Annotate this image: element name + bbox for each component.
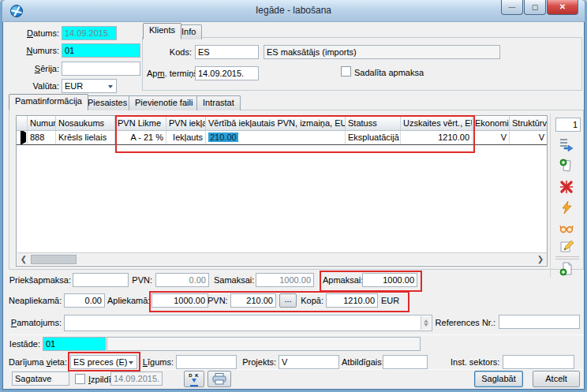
samaksai-field: 1000.00 [256, 273, 314, 287]
pvn-detail-button[interactable]: ... [279, 293, 297, 308]
iestade-field[interactable]: 01 [43, 337, 106, 351]
ligums-label: Līgums: [142, 357, 174, 367]
kopa-label: Kopā: [300, 296, 323, 305]
tab-pamatinformacija[interactable]: Pamatinformācija [9, 94, 88, 110]
cell-statuss[interactable]: Ekspluatācijā [346, 131, 401, 144]
pamatojums-field[interactable] [64, 315, 432, 331]
numurs-label: Numurs: [9, 46, 59, 55]
samaksai-label: Samaksai: [214, 275, 252, 285]
lightning-icon[interactable] [559, 200, 574, 215]
cell-uzskaites-vertiba[interactable]: 1210.00 [401, 131, 473, 144]
apm-termins-label: Apm. termiņš: [147, 69, 192, 78]
cell-pvn-ieklausana[interactable]: Iekļauts [166, 131, 206, 144]
maximize-icon: ▢ [532, 4, 539, 11]
current-row-indicator [17, 131, 28, 144]
kods-field[interactable]: ES [195, 45, 259, 59]
insert-rows-icon[interactable] [559, 137, 574, 151]
close-icon: ✕ [559, 3, 566, 11]
tab-klients[interactable]: Klients [143, 23, 181, 39]
apliekama-field: 1000.00 [151, 293, 208, 308]
darijuma-vieta-label: Darījuma vieta: [9, 357, 67, 367]
cell-pvn-likme[interactable]: A - 21 % [115, 131, 166, 144]
projekts-field[interactable]: V [279, 355, 339, 369]
references-field[interactable] [499, 315, 580, 329]
printer-icon [212, 373, 226, 385]
neapliekama-field: 0.00 [64, 293, 105, 308]
dk-posting-button[interactable]: D K [184, 371, 204, 387]
serija-label: Sērija: [9, 64, 59, 73]
scroll-left-icon[interactable]: ❮ [17, 253, 30, 266]
cell-vertiba-ieklautais-pvn[interactable]: 210.00 [206, 131, 346, 144]
new-document-icon[interactable] [559, 262, 574, 276]
title-bar[interactable]: Iegāde - labošana — ▢ ✕ [2, 0, 585, 22]
atbildigais-label: Atbildīgais: [342, 357, 380, 367]
apm-termins-field[interactable]: 14.09.2015. [195, 66, 259, 80]
col-numurs[interactable]: Numurs [28, 116, 56, 130]
table-row[interactable]: 888 Krēsls lielais A - 21 % Iekļauts 210… [17, 131, 547, 145]
col-statuss[interactable]: Statuss [346, 116, 401, 130]
minimize-button[interactable]: — [501, 0, 523, 15]
tab-intrastat[interactable]: Intrastat [196, 95, 241, 110]
close-button[interactable]: ✕ [547, 0, 578, 15]
edit-icon[interactable] [559, 239, 574, 253]
scroll-right-icon[interactable]: ❯ [534, 253, 547, 266]
apmaksai-label: Apmaksai: [323, 275, 359, 285]
numurs-field[interactable]: 01 [62, 43, 140, 58]
status-badge: Sagatave [12, 371, 69, 386]
save-button[interactable]: Saglabāt [474, 371, 523, 387]
grid-header-row[interactable]: Numurs Nosaukums PVN Likme PVN iekļauš..… [17, 116, 547, 131]
tab-pievienotie-faili[interactable]: Pievienotie faili [129, 95, 199, 110]
col-strukturvieniba[interactable]: Struktūrvi.. [510, 116, 548, 130]
col-pvn-likme[interactable]: PVN Likme [115, 116, 166, 130]
grid-header-selector [17, 116, 28, 130]
tab-piesaistes[interactable]: Piesaistes [81, 95, 133, 110]
ligums-field[interactable] [176, 355, 237, 369]
col-nosaukums[interactable]: Nosaukums [56, 116, 115, 130]
sadalita-apmaksa-label: Sadalīta apmaksa [354, 68, 424, 77]
darijuma-vieta-combobox[interactable]: ES preces (E) [70, 355, 137, 369]
dk-label: D K [189, 373, 199, 378]
toolbar-separator [555, 259, 579, 259]
cell-numurs[interactable]: 888 [28, 131, 56, 144]
atbildigais-field[interactable] [383, 355, 428, 369]
iestade-label: Iestāde: [9, 339, 40, 349]
pvn1-field: 0.00 [155, 273, 209, 287]
items-grid[interactable]: Numurs Nosaukums PVN Likme PVN iekļauš..… [16, 115, 548, 267]
arrow-down-icon [192, 379, 196, 385]
serija-field[interactable] [62, 62, 140, 76]
print-button[interactable] [208, 371, 231, 387]
chevron-down-icon [108, 85, 113, 91]
inst-sektors-field[interactable] [503, 355, 574, 369]
col-uzskaites-vertiba[interactable]: Uzskaites vērt., EUR [401, 116, 473, 130]
page-number-field[interactable]: 1 [555, 118, 581, 132]
col-pvn-ieklausana[interactable]: PVN iekļauš... [166, 116, 206, 130]
projekts-label: Projekts: [239, 357, 276, 367]
maximize-button[interactable]: ▢ [524, 0, 546, 15]
cell-nosaukums[interactable]: Krēsls lielais [56, 131, 115, 144]
sadalita-apmaksa-checkbox[interactable] [341, 66, 351, 77]
spin-down-icon [424, 323, 428, 329]
cancel-button[interactable]: Atcelt [533, 371, 580, 387]
pvn1-label: PVN: [129, 275, 152, 285]
valuta-label: Valūta: [9, 81, 59, 91]
kods-label: Kods: [152, 47, 192, 57]
delete-icon[interactable] [559, 180, 574, 194]
apmaksai-field[interactable]: 1000.00 [362, 273, 417, 287]
separator-line [9, 369, 584, 370]
chevron-down-icon [129, 361, 133, 367]
cell-strukturvieniba[interactable]: V [510, 131, 548, 144]
pvn2-field: 210.00 [230, 293, 276, 308]
cell-ekonomiskais[interactable]: V [473, 131, 510, 144]
glasses-icon[interactable] [559, 221, 574, 235]
col-ekonomiskais[interactable]: Ekonomisk... [473, 116, 510, 130]
copy-document-icon[interactable] [559, 159, 574, 173]
izpildit-checkbox[interactable] [75, 374, 85, 384]
col-vertiba-ieklautais-pvn[interactable]: Vērtībā iekļautais PVN, izmaiņa, EUR [206, 116, 346, 130]
selected-cell-value[interactable]: 210.00 [208, 133, 238, 142]
scrollbar-thumb[interactable] [31, 255, 77, 264]
horizontal-scrollbar[interactable]: ❮ ❯ [17, 252, 547, 265]
prieksapmaksa-field[interactable] [73, 273, 129, 287]
valuta-combobox[interactable]: EUR [62, 79, 117, 93]
pamatojums-spinner[interactable] [421, 316, 431, 330]
datums-field[interactable]: 14.09.2015. [62, 26, 117, 40]
